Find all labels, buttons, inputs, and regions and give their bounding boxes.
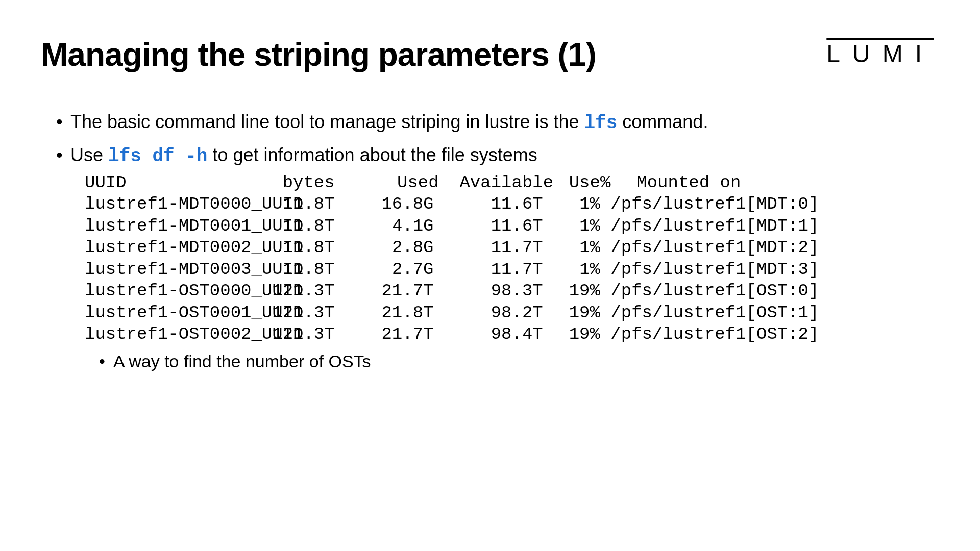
sub-bullet-item: A way to find the number of OSTs <box>99 349 939 374</box>
cell-avail: 11.7T <box>434 237 543 259</box>
cell-mnt: /pfs/lustref1[MDT:2] <box>600 237 819 259</box>
cell-usep: 19% <box>543 323 600 345</box>
cell-uuid: lustref1-OST0002_UUID <box>85 323 236 345</box>
cell-usep: 1% <box>543 237 600 259</box>
cell-bytes: 11.8T <box>236 237 335 259</box>
cell-uuid: lustref1-MDT0002_UUID <box>85 237 236 259</box>
table-header-row: UUID bytes Used Available Use% Mounted o… <box>85 172 939 194</box>
cell-bytes: 11.8T <box>236 215 335 237</box>
col-header-bytes: bytes <box>236 172 340 194</box>
cell-avail: 98.3T <box>434 280 543 302</box>
bullet-1-text-post: command. <box>617 111 708 132</box>
cell-mnt: /pfs/lustref1[MDT:1] <box>600 215 819 237</box>
cell-uuid: lustref1-OST0001_UUID <box>85 302 236 324</box>
bullet-item-1: The basic command line tool to manage st… <box>56 109 939 136</box>
table-row: lustref1-MDT0001_UUID11.8T4.1G11.6T1%/pf… <box>85 215 939 237</box>
cell-mnt: /pfs/lustref1[MDT:3] <box>600 259 819 281</box>
bullet-2-text-pre: Use <box>70 144 108 165</box>
col-header-used: Used <box>340 172 444 194</box>
table-row: lustref1-MDT0003_UUID11.8T2.7G11.7T1%/pf… <box>85 259 939 281</box>
cell-usep: 1% <box>543 193 600 215</box>
slide: Managing the striping parameters (1) LUM… <box>0 0 980 551</box>
cell-uuid: lustref1-MDT0001_UUID <box>85 215 236 237</box>
lfs-df-output: UUID bytes Used Available Use% Mounted o… <box>85 172 939 345</box>
table-row: lustref1-MDT0000_UUID11.8T16.8G11.6T1%/p… <box>85 193 939 215</box>
cell-bytes: 11.8T <box>236 193 335 215</box>
cell-avail: 98.2T <box>434 302 543 324</box>
cell-used: 21.7T <box>335 280 434 302</box>
cell-uuid: lustref1-MDT0000_UUID <box>85 193 236 215</box>
bullet-1-text-pre: The basic command line tool to manage st… <box>70 111 584 132</box>
col-header-uuid: UUID <box>85 172 236 194</box>
cell-usep: 19% <box>543 280 600 302</box>
code-lfs: lfs <box>584 113 618 134</box>
bullet-item-2: Use lfs df -h to get information about t… <box>56 142 939 373</box>
cell-bytes: 121.3T <box>236 302 335 324</box>
sub-bullet-text: A way to find the number of OSTs <box>113 352 371 371</box>
content: The basic command line tool to manage st… <box>41 109 939 373</box>
cell-uuid: lustref1-MDT0003_UUID <box>85 259 236 281</box>
col-header-use-pct: Use% <box>558 172 626 194</box>
cell-used: 21.8T <box>335 302 434 324</box>
cell-bytes: 11.8T <box>236 259 335 281</box>
col-header-available: Available <box>444 172 558 194</box>
bullet-2-text-post: to get information about the file system… <box>207 144 537 165</box>
table-row: lustref1-OST0000_UUID121.3T21.7T98.3T19%… <box>85 280 939 302</box>
cell-uuid: lustref1-OST0000_UUID <box>85 280 236 302</box>
table-row: lustref1-MDT0002_UUID11.8T2.8G11.7T1%/pf… <box>85 237 939 259</box>
header: Managing the striping parameters (1) LUM… <box>41 26 939 73</box>
cell-used: 16.8G <box>335 193 434 215</box>
cell-bytes: 121.3T <box>236 280 335 302</box>
cell-avail: 11.6T <box>434 215 543 237</box>
cell-mnt: /pfs/lustref1[MDT:0] <box>600 193 819 215</box>
cell-avail: 11.6T <box>434 193 543 215</box>
bullet-list: The basic command line tool to manage st… <box>41 109 939 373</box>
table-row: lustref1-OST0001_UUID121.3T21.8T98.2T19%… <box>85 302 939 324</box>
col-header-mounted: Mounted on <box>626 172 741 194</box>
cell-bytes: 121.3T <box>236 323 335 345</box>
cell-usep: 19% <box>543 302 600 324</box>
cell-used: 4.1G <box>335 215 434 237</box>
cell-usep: 1% <box>543 215 600 237</box>
page-title: Managing the striping parameters (1) <box>41 36 596 73</box>
cell-used: 21.7T <box>335 323 434 345</box>
code-lfs-df-h: lfs df -h <box>108 146 207 167</box>
sub-bullet-list: A way to find the number of OSTs <box>70 349 939 374</box>
table-row: lustref1-OST0002_UUID121.3T21.7T98.4T19%… <box>85 323 939 345</box>
cell-usep: 1% <box>543 259 600 281</box>
cell-used: 2.7G <box>335 259 434 281</box>
cell-mnt: /pfs/lustref1[OST:1] <box>600 302 819 324</box>
cell-avail: 98.4T <box>434 323 543 345</box>
cell-mnt: /pfs/lustref1[OST:0] <box>600 280 819 302</box>
cell-avail: 11.7T <box>434 259 543 281</box>
lumi-logo: LUMI <box>826 40 934 68</box>
cell-mnt: /pfs/lustref1[OST:2] <box>600 323 819 345</box>
cell-used: 2.8G <box>335 237 434 259</box>
